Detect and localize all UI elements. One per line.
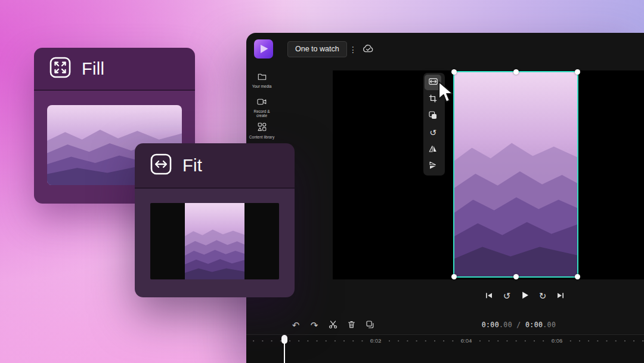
transport-controls: ↺ ↻ <box>469 289 580 303</box>
timeline-label: 0:06 <box>552 337 563 344</box>
total-time-frac: .00 <box>543 321 556 329</box>
flip-vertical-icon <box>429 161 437 171</box>
fit-card: Fit <box>135 143 295 297</box>
skip-end-icon <box>556 291 565 302</box>
undo-button[interactable]: ↶ <box>289 319 302 332</box>
folder-icon <box>258 72 267 83</box>
play-button[interactable] <box>518 289 532 303</box>
split-button[interactable] <box>326 319 339 332</box>
fit-button[interactable] <box>425 75 441 90</box>
camera-icon <box>257 97 267 108</box>
selected-clip[interactable] <box>453 71 578 278</box>
project-title-button[interactable]: One to watch <box>287 41 347 57</box>
sidebar-item-content-library[interactable]: Content library <box>246 122 277 139</box>
expand-arrows-icon <box>49 56 72 81</box>
clip-image <box>454 72 577 276</box>
cloud-sync-button[interactable] <box>361 43 375 55</box>
duplicate-icon <box>366 320 374 331</box>
clipchamp-logo-icon <box>254 39 273 59</box>
edit-toolbar: ↶ ↷ <box>289 319 376 332</box>
timeline-label: 0:02 <box>370 337 382 344</box>
current-time-frac: .00 <box>499 321 512 329</box>
redo-button[interactable]: ↷ <box>308 319 321 332</box>
skip-end-button[interactable] <box>553 289 568 303</box>
selection-handle[interactable] <box>513 274 519 279</box>
delete-button[interactable] <box>345 319 358 332</box>
rotate-icon: ↺ <box>429 128 436 137</box>
timeline-ruler[interactable]: 0:02 0:04 0:06 <box>246 335 644 346</box>
selection-handle[interactable] <box>451 274 457 279</box>
editor-window: One to watch ⋮ Your media <box>246 33 644 363</box>
sidebar-item-label: Content library <box>248 135 275 139</box>
fit-card-label: Fit <box>182 156 202 176</box>
sidebar-item-label: Record & create <box>248 109 275 118</box>
rotate-button[interactable]: ↺ <box>425 125 441 140</box>
fit-card-header: Fit <box>135 143 295 189</box>
skip-start-icon <box>485 291 493 302</box>
time-display: 0:00.00 / 0:00.00 <box>456 321 581 329</box>
current-time: 0:00 <box>482 321 499 329</box>
sidebar-item-your-media[interactable]: Your media <box>246 72 277 88</box>
fit-card-body <box>135 189 295 297</box>
scissors-icon <box>329 320 338 331</box>
trash-icon <box>347 320 356 331</box>
selection-handle[interactable] <box>451 69 457 75</box>
fit-width-arrows-icon <box>150 153 172 178</box>
more-options-button[interactable]: ⋮ <box>345 41 357 57</box>
fill-card-header: Fill <box>34 48 195 91</box>
sidebar-item-label: Your media <box>248 84 275 88</box>
flip-vertical-button[interactable] <box>425 158 441 174</box>
time-separator: / <box>516 321 521 329</box>
fill-card-label: Fill <box>82 59 104 79</box>
shapes-icon <box>258 122 267 134</box>
crop-icon <box>429 94 437 104</box>
playhead-handle[interactable] <box>281 335 287 344</box>
picture-in-picture-icon <box>429 111 437 121</box>
fit-preview-image <box>185 203 244 279</box>
forward-1s-button[interactable]: ↻ <box>535 289 550 303</box>
cloud-check-icon <box>362 46 374 55</box>
undo-icon: ↶ <box>292 321 300 330</box>
total-time: 0:00 <box>525 321 543 329</box>
forward-icon: ↻ <box>539 292 547 301</box>
duplicate-button[interactable] <box>363 319 376 332</box>
fit-width-icon <box>429 77 438 88</box>
flip-horizontal-button[interactable] <box>425 141 441 157</box>
rewind-icon: ↺ <box>503 292 511 301</box>
selection-handle[interactable] <box>575 274 580 279</box>
rewind-1s-button[interactable]: ↺ <box>500 289 514 303</box>
clip-toolbar: ↺ <box>423 73 445 176</box>
preview-canvas: ↺ <box>333 70 644 279</box>
timeline: 0:02 0:04 0:06 <box>246 334 644 363</box>
redo-icon: ↷ <box>311 321 318 330</box>
skip-start-button[interactable] <box>482 289 496 303</box>
sidebar-item-record-create[interactable]: Record & create <box>246 97 277 118</box>
play-icon <box>521 291 530 302</box>
overlay-button[interactable] <box>425 108 441 124</box>
flip-horizontal-icon <box>429 144 437 155</box>
marketing-screenshot: One to watch ⋮ Your media <box>0 0 644 363</box>
crop-button[interactable] <box>425 91 441 107</box>
fit-letterbox <box>150 203 279 279</box>
selection-handle[interactable] <box>575 69 580 75</box>
selection-handle[interactable] <box>513 69 519 75</box>
timeline-label: 0:04 <box>461 337 472 344</box>
